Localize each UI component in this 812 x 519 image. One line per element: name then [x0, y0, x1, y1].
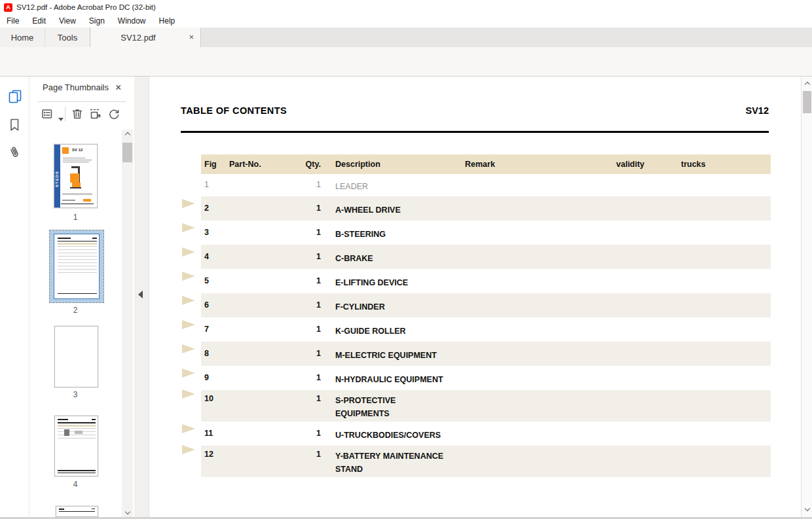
section-link[interactable]: N-HYDRAULIC EQUIPMENT — [335, 373, 443, 386]
panel-scrollbar[interactable] — [122, 130, 133, 517]
tab-home[interactable]: Home — [0, 27, 45, 47]
toolbar: ☆ / 320 120% — [0, 47, 812, 77]
window-titlebar: A SV12.pdf - Adobe Acrobat Pro DC (32-bi… — [0, 0, 812, 14]
bookmark-icon — [7, 117, 22, 133]
section-arrow-icon[interactable] — [182, 368, 195, 378]
panel-scroll-down-button[interactable] — [122, 507, 133, 517]
col-qty: Qty. — [293, 160, 321, 169]
section-arrow-icon[interactable] — [182, 247, 195, 257]
cover-model-label: SV 12 — [72, 148, 83, 152]
options-list-icon — [41, 107, 54, 120]
table-row: 4 1 C-BRAKE — [201, 245, 771, 269]
menu-view[interactable]: View — [52, 15, 83, 27]
thumbnail-label-4: 4 — [69, 480, 82, 489]
bookmarks-rail-button[interactable] — [7, 117, 23, 133]
section-arrow-icon[interactable] — [182, 199, 195, 208]
section-link[interactable]: U-TRUCKBODIES/COVERS — [335, 429, 441, 442]
panel-toolbar-divider — [65, 107, 65, 121]
doc-scroll-down-button[interactable] — [802, 503, 812, 514]
tab-document-label: SV12.pdf — [120, 33, 156, 43]
collapse-panel-icon[interactable] — [138, 291, 143, 298]
doc-scroll-up-button[interactable] — [802, 79, 812, 90]
panel-close-icon[interactable]: × — [115, 82, 121, 94]
thumbnail-options-button[interactable] — [40, 107, 54, 121]
section-arrow-icon[interactable] — [182, 344, 195, 353]
table-row: 6 1 F-CYLINDER — [201, 293, 771, 317]
menu-help[interactable]: Help — [153, 15, 182, 27]
chevron-down-icon — [58, 118, 64, 121]
col-trucks: trucks — [681, 160, 706, 169]
header-rule — [181, 131, 769, 133]
tab-tools[interactable]: Tools — [45, 27, 90, 47]
thumbnail-page-1[interactable]: STEDS SV 12 — [54, 144, 98, 208]
thumbnail-page-4[interactable] — [54, 416, 98, 476]
thumbnail-label-2: 2 — [69, 306, 82, 315]
table-row: 12 1 Y-BATTERY MAINTENANCE STAND — [201, 446, 771, 477]
section-arrow-icon[interactable] — [182, 272, 195, 281]
document-scrollbar-thumb[interactable] — [803, 91, 811, 113]
thumbnail-options-caret[interactable] — [54, 112, 68, 126]
thumbnail-page-2 — [54, 234, 100, 299]
table-row: 5 1 E-LIFTING DEVICE — [201, 269, 771, 293]
document-scrollbar[interactable] — [801, 77, 812, 517]
panel-scrollbar-thumb[interactable] — [122, 143, 132, 162]
section-arrow-icon[interactable] — [182, 445, 195, 454]
menu-edit[interactable]: Edit — [26, 15, 52, 27]
paperclip-icon — [7, 145, 23, 160]
section-arrow-icon[interactable] — [182, 424, 195, 433]
section-arrow-icon[interactable] — [182, 223, 195, 232]
panel-title: Page Thumbnails — [43, 82, 109, 92]
rotate-page-button[interactable] — [107, 107, 121, 121]
window-title: SV12.pdf - Adobe Acrobat Pro DC (32-bit) — [16, 3, 156, 11]
col-remark: Remark — [465, 160, 495, 169]
section-link[interactable]: S-PROTECTIVE EQUIPMENTS — [335, 394, 396, 420]
table-row: 8 1 M-ELECTRIC EQUIPMENT — [201, 342, 771, 366]
section-link[interactable]: M-ELECTRIC EQUIPMENT — [335, 349, 437, 362]
section-link[interactable]: B-STEERING — [335, 228, 386, 241]
section-link[interactable]: Y-BATTERY MAINTENANCE STAND — [335, 450, 443, 476]
table-row: 1 1 LEADER — [201, 174, 771, 196]
section-link[interactable]: C-BRAKE — [335, 252, 373, 265]
pages-icon — [7, 88, 23, 104]
panel-divider — [37, 101, 126, 102]
menu-window[interactable]: Window — [111, 15, 153, 27]
menu-sign[interactable]: Sign — [83, 15, 111, 27]
thumbnail-page-3[interactable] — [54, 326, 98, 387]
trash-icon — [71, 107, 84, 120]
thumbnail-page-5[interactable] — [56, 506, 98, 517]
attachments-rail-button[interactable] — [7, 145, 23, 160]
document-page: TABLE OF CONTENTS SV12 Fig Part-No. Qty.… — [149, 77, 800, 517]
section-link[interactable]: E-LIFTING DEVICE — [335, 276, 408, 289]
col-part-no: Part-No. — [229, 160, 261, 169]
thumbnail-page-2-selected[interactable] — [49, 230, 104, 303]
section-arrow-icon[interactable] — [182, 320, 195, 329]
section-link[interactable]: K-GUIDE ROLLER — [335, 325, 406, 338]
toc-header-row: Fig Part-No. Qty. Description Remark val… — [201, 154, 771, 174]
col-validity: validity — [616, 160, 644, 169]
panel-splitter[interactable] — [134, 77, 149, 517]
resize-pages-button[interactable] — [88, 107, 103, 121]
navigation-rail — [0, 77, 29, 517]
panel-scroll-up-button[interactable] — [122, 130, 133, 140]
thumbnail-label-1: 1 — [69, 213, 82, 222]
table-row: 11 1 U-TRUCKBODIES/COVERS — [201, 421, 771, 446]
tab-document[interactable]: SV12.pdf × — [90, 27, 201, 47]
section-link[interactable]: A-WHEEL DRIVE — [335, 204, 401, 217]
section-link[interactable]: F-CYLINDER — [335, 300, 385, 313]
cover-side-band: STEDS — [54, 145, 60, 207]
rotate-icon — [107, 107, 120, 120]
tabbar-empty-space — [202, 27, 812, 47]
page-title: TABLE OF CONTENTS — [181, 105, 287, 116]
table-row: 2 1 A-WHEEL DRIVE — [201, 196, 771, 221]
delete-page-button[interactable] — [70, 107, 84, 121]
table-row: 10 1 S-PROTECTIVE EQUIPMENTS — [201, 390, 771, 421]
section-arrow-icon[interactable] — [182, 389, 195, 399]
col-fig: Fig — [204, 160, 217, 169]
acrobat-logo-icon: A — [4, 3, 12, 12]
menu-file[interactable]: File — [0, 15, 26, 27]
section-arrow-icon[interactable] — [182, 296, 195, 305]
tab-close-icon[interactable]: × — [189, 32, 194, 42]
page-thumbnails-rail-button[interactable] — [7, 88, 23, 104]
page-thumbnails-panel: Page Thumbnails × STEDS SV 12 — [29, 77, 134, 517]
thumbnail-label-3: 3 — [69, 390, 82, 399]
